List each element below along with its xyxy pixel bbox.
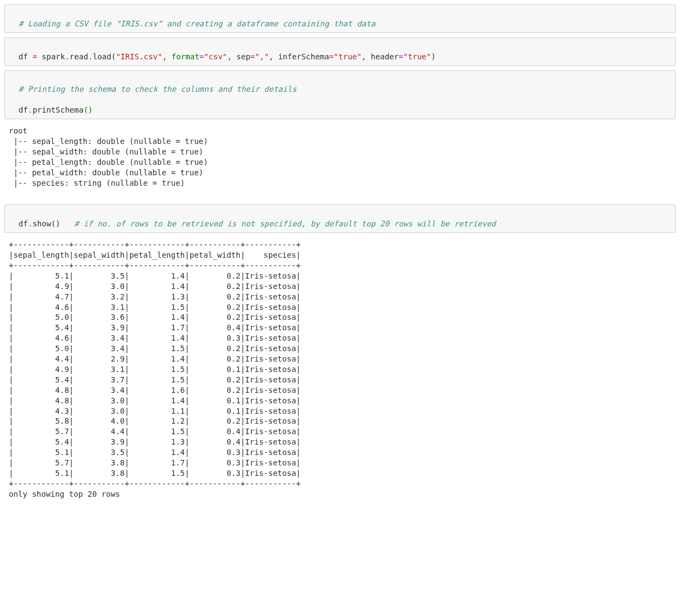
output-schema: root |-- sepal_length: double (nullable …: [4, 124, 676, 197]
code-cell-2[interactable]: df = spark.read.load("IRIS.csv", format=…: [4, 37, 676, 66]
code-cell-4[interactable]: df.show() # if no. of rows to be retriev…: [4, 204, 676, 233]
output-table: +------------+-----------+------------+-…: [4, 237, 676, 508]
code-line: # Printing the schema to check the colum…: [19, 85, 297, 93]
code-cell-3[interactable]: # Printing the schema to check the colum…: [4, 70, 676, 120]
code-line: df.show() # if no. of rows to be retriev…: [19, 219, 496, 228]
code-line: df = spark.read.load("IRIS.csv", format=…: [19, 52, 436, 61]
code-line: # Loading a CSV file "IRIS.csv" and crea…: [19, 19, 375, 28]
code-line: df.printSchema(): [19, 106, 93, 114]
code-cell-1[interactable]: # Loading a CSV file "IRIS.csv" and crea…: [4, 4, 676, 33]
